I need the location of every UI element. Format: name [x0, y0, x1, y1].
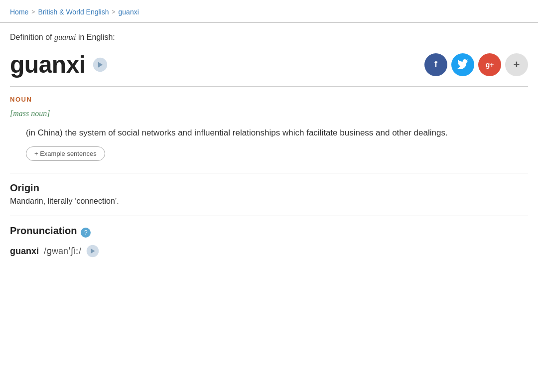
definition-intro-suffix: in English: [76, 33, 115, 41]
main-content: Definition of guanxi in English: guanxi … [0, 23, 538, 277]
pronunciation-section: Pronunciation ? guanxi /ɡwanˈʃiː/ [10, 225, 528, 258]
word-sound-button[interactable] [93, 57, 108, 72]
share-google-button[interactable]: g+ [478, 53, 501, 76]
twitter-icon [457, 59, 468, 70]
origin-divider [10, 173, 528, 173]
social-share-buttons: f g+ + [424, 53, 528, 76]
breadcrumb-british-link[interactable]: British & World English [38, 8, 109, 16]
share-facebook-button[interactable]: f [424, 53, 447, 76]
word-header: guanxi f g+ + [10, 51, 528, 78]
origin-heading: Origin [10, 182, 528, 194]
breadcrumb-home-link[interactable]: Home [10, 8, 28, 16]
pronunciation-divider [10, 216, 528, 216]
definition-intro-word: guanxi [54, 33, 76, 41]
pronunciation-sound-icon [86, 245, 99, 258]
pronunciation-heading-row: Pronunciation ? [10, 225, 528, 240]
origin-text: Mandarin, literally ‘connection’. [10, 197, 528, 206]
word-title: guanxi [10, 51, 86, 78]
pronunciation-ipa: /ɡwanˈʃiː/ [44, 246, 81, 257]
breadcrumb-current-link[interactable]: guanxi [119, 8, 139, 16]
definition-block: (in China) the system of social networks… [10, 126, 528, 161]
word-title-area: guanxi [10, 51, 108, 78]
example-sentences-button[interactable]: + Example sentences [26, 146, 105, 161]
pronunciation-help-icon[interactable]: ? [81, 228, 91, 238]
definition-text: (in China) the system of social networks… [26, 126, 528, 139]
pronunciation-heading-text: Pronunciation [10, 225, 77, 237]
breadcrumb-sep-1: > [31, 8, 35, 15]
mass-noun-qualifier: [mass noun] [10, 109, 528, 118]
pronunciation-text-row: guanxi /ɡwanˈʃiː/ [10, 245, 528, 258]
breadcrumb-sep-2: > [112, 8, 116, 15]
pos-label: NOUN [10, 96, 528, 103]
definition-intro: Definition of guanxi in English: [10, 33, 528, 42]
definition-intro-prefix: Definition of [10, 33, 54, 41]
origin-section: Origin Mandarin, literally ‘connection’. [10, 182, 528, 206]
pronunciation-sound-button[interactable] [86, 245, 99, 258]
pronunciation-word: guanxi [10, 246, 39, 257]
breadcrumb: Home > British & World English > guanxi [0, 0, 538, 23]
word-divider [10, 86, 528, 87]
sound-icon [93, 57, 108, 72]
share-twitter-button[interactable] [451, 53, 474, 76]
share-more-button[interactable]: + [505, 53, 528, 76]
